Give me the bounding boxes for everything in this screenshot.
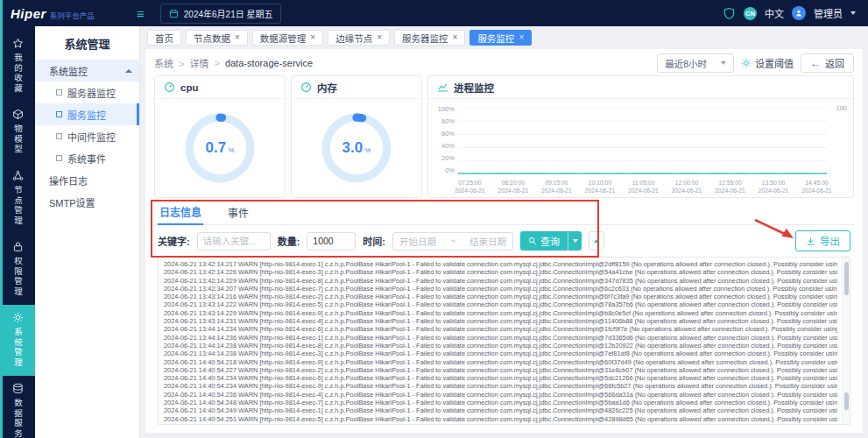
sidebar-item[interactable]: SMTP设置	[35, 191, 139, 213]
log-tab-bar: 日志信息 事件	[154, 203, 854, 225]
view-tab[interactable]: 边缘节点 ×	[328, 30, 390, 46]
sidebar-item[interactable]: 操作日志	[35, 169, 139, 191]
rail-item[interactable]: 权限管理	[0, 234, 35, 305]
close-icon[interactable]: ×	[235, 33, 240, 42]
log-line: 2024-06-21 13:44:14.238 WARN [http-nio-9…	[164, 342, 837, 350]
rail-item[interactable]: 数据服务	[0, 376, 35, 438]
log-line: 2024-06-21 13:44:14.234 WARN [http-nio-9…	[164, 325, 837, 333]
language-label[interactable]: 中文	[765, 6, 784, 20]
back-button[interactable]: ← 返回	[801, 53, 854, 73]
scrollbar-thumb[interactable]	[844, 392, 849, 410]
chart-y-axis: 100%80%60%40%20%0%	[430, 105, 455, 174]
database-icon	[12, 383, 24, 394]
scrollbar-thumb[interactable]	[844, 262, 849, 295]
set-threshold-button[interactable]: 设置阈值	[741, 56, 794, 70]
count-input[interactable]	[307, 232, 356, 251]
view-tab[interactable]: 节点数据 ×	[186, 30, 248, 46]
log-line: 2024-06-21 13:42:14.226 WARN [http-nio-9…	[164, 268, 837, 276]
search-button[interactable]: 查询	[520, 231, 582, 251]
sidebar-item[interactable]: 服务器监控	[35, 81, 139, 103]
x-tick: 13:50:002024-06-21	[759, 180, 789, 195]
sidebar-item[interactable]: 系统事件	[35, 147, 139, 169]
date-display: 2024年6月21日 星期五	[160, 4, 282, 24]
y-tick: 80%	[430, 117, 455, 125]
breadcrumb-item[interactable]: data-storage-service	[208, 58, 313, 68]
process-monitor-card: 进程监控 100%80%60%40%20%0% 100 07:25:002024…	[427, 75, 854, 198]
log-line: 2024-06-21 13:44:14.236 WARN [http-nio-9…	[164, 334, 837, 342]
rail-item[interactable]: 节点管理	[0, 163, 35, 234]
x-tick: 12:00:002024-06-21	[672, 180, 702, 195]
view-tab[interactable]: 服务器监控 ×	[394, 30, 465, 46]
rail-item[interactable]: 物模型	[0, 102, 35, 163]
menu-icon[interactable]: ≡	[137, 7, 145, 20]
x-tick: 07:25:002024-06-21	[455, 180, 485, 195]
log-line: 2024-06-21 13:43:14.222 WARN [http-nio-9…	[164, 300, 837, 308]
view-tab[interactable]: 首页	[147, 30, 181, 46]
y-tick: 60%	[430, 130, 455, 138]
gauge-card: 内存 3.0 %	[291, 75, 422, 198]
y-tick: 100%	[430, 105, 455, 113]
card-title: 内存	[317, 81, 337, 95]
avatar[interactable]	[792, 6, 806, 20]
breadcrumb-item[interactable]: 详情	[173, 56, 208, 70]
chevron-down-icon[interactable]	[850, 11, 856, 15]
sidebar-item[interactable]: 服务监控	[35, 103, 139, 125]
menu-item-icon	[56, 155, 62, 161]
top-bar: Hiper 系列平台产品 ≡ 2024年6月21日 星期五 CN 中文 管理员	[0, 0, 868, 26]
rail-item[interactable]: 我的收藏	[0, 31, 35, 102]
log-output[interactable]: 2024-06-21 13:42:14.217 WARN [http-nio-9…	[158, 257, 850, 425]
sidebar-title: 系统管理	[35, 26, 139, 60]
sidebar: 系统管理 系统监控 服务器监控 服务监控 中间件监控 系统事件	[35, 26, 140, 438]
collapse-filter-button[interactable]	[589, 231, 604, 251]
log-tab[interactable]: 事件	[226, 205, 251, 224]
sidebar-item[interactable]: 中间件监控	[35, 125, 139, 147]
rail-item[interactable]: 系统管理	[0, 305, 35, 376]
language-badge[interactable]: CN	[744, 7, 757, 20]
x-tick: 08:20:002024-06-21	[498, 180, 529, 195]
export-button[interactable]: 导出	[795, 230, 850, 251]
close-icon[interactable]: ×	[519, 33, 524, 42]
time-label: 时间:	[363, 234, 385, 248]
y-tick: 40%	[430, 142, 455, 150]
log-line: 2024-06-21 14:40:54.236 WARN [http-nio-9…	[164, 391, 837, 399]
help-shield-icon[interactable]	[723, 7, 736, 20]
view-tab[interactable]: 服务监控 ×	[469, 30, 532, 46]
keyword-input[interactable]	[197, 232, 271, 251]
close-icon[interactable]: ×	[453, 33, 458, 42]
close-icon[interactable]: ×	[310, 33, 315, 42]
breadcrumb-item[interactable]: 系统	[154, 56, 173, 70]
lock-icon	[12, 241, 24, 252]
search-dropdown-button[interactable]	[568, 231, 582, 251]
user-name[interactable]: 管理员	[814, 6, 843, 20]
gauge-unit: %	[228, 146, 234, 154]
download-icon	[806, 237, 815, 246]
x-tick: 10:10:002024-06-21	[585, 180, 616, 195]
log-line: 2024-06-21 13:42:34.207 WARN [http-nio-9…	[164, 285, 837, 293]
sidebar-item[interactable]: 系统监控	[35, 60, 139, 81]
date-range-picker[interactable]: 开始日期 ~ 结束日期	[392, 232, 513, 251]
gauge-value: 0.7	[206, 139, 227, 157]
gear-icon	[741, 58, 752, 68]
calendar-icon	[169, 9, 179, 18]
log-line: 2024-06-21 13:43:14.231 WARN [http-nio-9…	[164, 317, 837, 325]
log-line: 2024-06-21 14:40:54.234 WARN [http-nio-9…	[164, 382, 837, 390]
log-line: 2024-06-21 14:40:54.251 WARN [http-nio-9…	[164, 415, 837, 423]
chevron-down-icon	[573, 239, 578, 243]
breadcrumb: 系统 详情 data-storage-service	[154, 56, 313, 70]
time-range-select[interactable]: 最近8小时	[657, 53, 734, 73]
close-icon[interactable]: ×	[377, 33, 382, 42]
arrow-left-icon: ←	[810, 58, 821, 68]
gauge-value: 3.0	[342, 139, 363, 157]
chart-x-axis: 07:25:002024-06-2108:20:002024-06-2109:1…	[455, 180, 832, 195]
log-line: 2024-06-21 14:40:54.234 WARN [http-nio-9…	[164, 374, 837, 382]
log-line: 2024-06-21 13:42:14.229 WARN [http-nio-9…	[164, 277, 837, 285]
log-tab[interactable]: 日志信息	[158, 204, 203, 225]
metric-cards: cpu 0.7 %	[154, 75, 854, 198]
log-scrollbar[interactable]	[842, 258, 850, 424]
y-tick: 20%	[430, 154, 455, 162]
view-tab[interactable]: 数据源管理 ×	[252, 30, 323, 46]
log-line: 2024-06-21 13:44:14.238 WARN [http-nio-9…	[164, 350, 837, 357]
x-tick: 14:45:002024-06-21	[801, 180, 832, 195]
gear-icon	[12, 312, 24, 323]
start-date-placeholder: 开始日期	[399, 235, 436, 248]
